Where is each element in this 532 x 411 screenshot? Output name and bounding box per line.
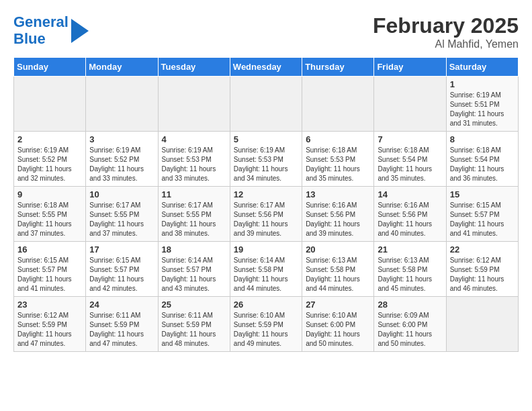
calendar-cell — [158, 77, 230, 132]
cell-content: Sunrise: 6:17 AMSunset: 5:56 PMDaylight:… — [234, 201, 298, 238]
cell-content: Sunrise: 6:10 AMSunset: 5:59 PMDaylight:… — [234, 311, 298, 349]
calendar-cell: 2Sunrise: 6:19 AMSunset: 5:52 PMDaylight… — [14, 132, 86, 187]
calendar-cell: 10Sunrise: 6:17 AMSunset: 5:55 PMDayligh… — [86, 187, 158, 242]
calendar-cell: 18Sunrise: 6:14 AMSunset: 5:57 PMDayligh… — [158, 242, 230, 297]
calendar-cell: 20Sunrise: 6:13 AMSunset: 5:58 PMDayligh… — [302, 242, 374, 297]
cell-content: Sunrise: 6:16 AMSunset: 5:56 PMDaylight:… — [306, 201, 370, 238]
header-day: Friday — [374, 58, 446, 77]
logo-blue: Blue — [13, 30, 46, 47]
header-day: Sunday — [14, 58, 86, 77]
calendar-cell: 22Sunrise: 6:12 AMSunset: 5:59 PMDayligh… — [446, 242, 518, 297]
calendar-header: SundayMondayTuesdayWednesdayThursdayFrid… — [14, 58, 519, 77]
day-number: 24 — [89, 300, 154, 310]
calendar-cell: 23Sunrise: 6:12 AMSunset: 5:59 PMDayligh… — [14, 297, 86, 352]
calendar-cell: 7Sunrise: 6:18 AMSunset: 5:54 PMDaylight… — [374, 132, 446, 187]
calendar-cell: 27Sunrise: 6:10 AMSunset: 6:00 PMDayligh… — [302, 297, 374, 352]
calendar-cell — [230, 77, 302, 132]
day-number: 22 — [450, 244, 515, 255]
calendar-cell: 28Sunrise: 6:09 AMSunset: 6:00 PMDayligh… — [374, 297, 446, 352]
calendar-cell — [374, 77, 446, 132]
calendar-cell: 13Sunrise: 6:16 AMSunset: 5:56 PMDayligh… — [302, 187, 374, 242]
calendar-cell: 26Sunrise: 6:10 AMSunset: 5:59 PMDayligh… — [230, 297, 302, 352]
calendar-week-row: 16Sunrise: 6:15 AMSunset: 5:57 PMDayligh… — [14, 242, 519, 297]
cell-content: Sunrise: 6:18 AMSunset: 5:54 PMDaylight:… — [378, 146, 442, 183]
day-number: 14 — [378, 189, 442, 199]
day-number: 17 — [89, 244, 154, 255]
cell-content: Sunrise: 6:13 AMSunset: 5:58 PMDaylight:… — [378, 256, 442, 293]
calendar-table: SundayMondayTuesdayWednesdayThursdayFrid… — [13, 57, 519, 352]
calendar-body: 1Sunrise: 6:19 AMSunset: 5:51 PMDaylight… — [14, 77, 519, 352]
day-number: 3 — [89, 134, 154, 144]
day-number: 1 — [450, 79, 515, 89]
calendar-cell: 9Sunrise: 6:18 AMSunset: 5:55 PMDaylight… — [14, 187, 86, 242]
logo-general: General — [13, 13, 69, 30]
day-number: 26 — [234, 300, 298, 310]
cell-content: Sunrise: 6:19 AMSunset: 5:53 PMDaylight:… — [234, 146, 298, 183]
month-title: February 2025 — [373, 13, 519, 38]
day-number: 27 — [306, 300, 370, 310]
calendar-cell: 16Sunrise: 6:15 AMSunset: 5:57 PMDayligh… — [14, 242, 86, 297]
calendar-cell: 19Sunrise: 6:14 AMSunset: 5:58 PMDayligh… — [230, 242, 302, 297]
cell-content: Sunrise: 6:17 AMSunset: 5:55 PMDaylight:… — [162, 201, 226, 238]
cell-content: Sunrise: 6:09 AMSunset: 6:00 PMDaylight:… — [378, 311, 442, 349]
calendar-cell: 15Sunrise: 6:15 AMSunset: 5:57 PMDayligh… — [446, 187, 518, 242]
calendar-cell: 25Sunrise: 6:11 AMSunset: 5:59 PMDayligh… — [158, 297, 230, 352]
cell-content: Sunrise: 6:19 AMSunset: 5:53 PMDaylight:… — [162, 146, 226, 183]
cell-content: Sunrise: 6:11 AMSunset: 5:59 PMDaylight:… — [89, 311, 154, 349]
day-number: 28 — [378, 300, 442, 310]
calendar-week-row: 9Sunrise: 6:18 AMSunset: 5:55 PMDaylight… — [14, 187, 519, 242]
cell-content: Sunrise: 6:14 AMSunset: 5:57 PMDaylight:… — [162, 256, 226, 293]
day-number: 16 — [17, 244, 82, 255]
day-number: 10 — [89, 189, 154, 199]
day-number: 25 — [162, 300, 226, 310]
day-number: 8 — [450, 134, 515, 144]
calendar-cell: 17Sunrise: 6:15 AMSunset: 5:57 PMDayligh… — [86, 242, 158, 297]
cell-content: Sunrise: 6:19 AMSunset: 5:52 PMDaylight:… — [89, 146, 154, 183]
cell-content: Sunrise: 6:12 AMSunset: 5:59 PMDaylight:… — [450, 256, 515, 293]
calendar-cell: 11Sunrise: 6:17 AMSunset: 5:55 PMDayligh… — [158, 187, 230, 242]
calendar-cell: 4Sunrise: 6:19 AMSunset: 5:53 PMDaylight… — [158, 132, 230, 187]
calendar-cell: 12Sunrise: 6:17 AMSunset: 5:56 PMDayligh… — [230, 187, 302, 242]
day-number: 7 — [378, 134, 442, 144]
header-day: Wednesday — [230, 58, 302, 77]
calendar-cell: 14Sunrise: 6:16 AMSunset: 5:56 PMDayligh… — [374, 187, 446, 242]
cell-content: Sunrise: 6:18 AMSunset: 5:55 PMDaylight:… — [17, 201, 82, 238]
cell-content: Sunrise: 6:10 AMSunset: 6:00 PMDaylight:… — [306, 311, 370, 349]
calendar-week-row: 23Sunrise: 6:12 AMSunset: 5:59 PMDayligh… — [14, 297, 519, 352]
calendar-cell: 5Sunrise: 6:19 AMSunset: 5:53 PMDaylight… — [230, 132, 302, 187]
cell-content: Sunrise: 6:19 AMSunset: 5:51 PMDaylight:… — [450, 91, 515, 128]
cell-content: Sunrise: 6:16 AMSunset: 5:56 PMDaylight:… — [378, 201, 442, 238]
day-number: 5 — [234, 134, 298, 144]
cell-content: Sunrise: 6:18 AMSunset: 5:54 PMDaylight:… — [450, 146, 515, 183]
cell-content: Sunrise: 6:13 AMSunset: 5:58 PMDaylight:… — [306, 256, 370, 293]
day-number: 23 — [17, 300, 82, 310]
day-number: 18 — [162, 244, 226, 255]
day-number: 13 — [306, 189, 370, 199]
header-day: Thursday — [302, 58, 374, 77]
header-day: Tuesday — [158, 58, 230, 77]
calendar-cell: 6Sunrise: 6:18 AMSunset: 5:53 PMDaylight… — [302, 132, 374, 187]
cell-content: Sunrise: 6:12 AMSunset: 5:59 PMDaylight:… — [17, 311, 82, 349]
calendar-week-row: 1Sunrise: 6:19 AMSunset: 5:51 PMDaylight… — [14, 77, 519, 132]
cell-content: Sunrise: 6:19 AMSunset: 5:52 PMDaylight:… — [17, 146, 82, 183]
page-header: General Blue February 2025 Al Mahfid, Ye… — [13, 13, 519, 50]
cell-content: Sunrise: 6:14 AMSunset: 5:58 PMDaylight:… — [234, 256, 298, 293]
cell-content: Sunrise: 6:15 AMSunset: 5:57 PMDaylight:… — [89, 256, 154, 293]
calendar-cell: 21Sunrise: 6:13 AMSunset: 5:58 PMDayligh… — [374, 242, 446, 297]
calendar-cell: 1Sunrise: 6:19 AMSunset: 5:51 PMDaylight… — [446, 77, 518, 132]
logo-text: General Blue — [13, 13, 69, 48]
day-number: 2 — [17, 134, 82, 144]
calendar-cell — [302, 77, 374, 132]
calendar-cell — [86, 77, 158, 132]
day-number: 4 — [162, 134, 226, 144]
calendar-cell — [14, 77, 86, 132]
calendar-cell: 8Sunrise: 6:18 AMSunset: 5:54 PMDaylight… — [446, 132, 518, 187]
day-number: 15 — [450, 189, 515, 199]
day-number: 11 — [162, 189, 226, 199]
cell-content: Sunrise: 6:15 AMSunset: 5:57 PMDaylight:… — [450, 201, 515, 238]
cell-content: Sunrise: 6:11 AMSunset: 5:59 PMDaylight:… — [162, 311, 226, 349]
cell-content: Sunrise: 6:18 AMSunset: 5:53 PMDaylight:… — [306, 146, 370, 183]
cell-content: Sunrise: 6:15 AMSunset: 5:57 PMDaylight:… — [17, 256, 82, 293]
calendar-week-row: 2Sunrise: 6:19 AMSunset: 5:52 PMDaylight… — [14, 132, 519, 187]
header-day: Monday — [86, 58, 158, 77]
